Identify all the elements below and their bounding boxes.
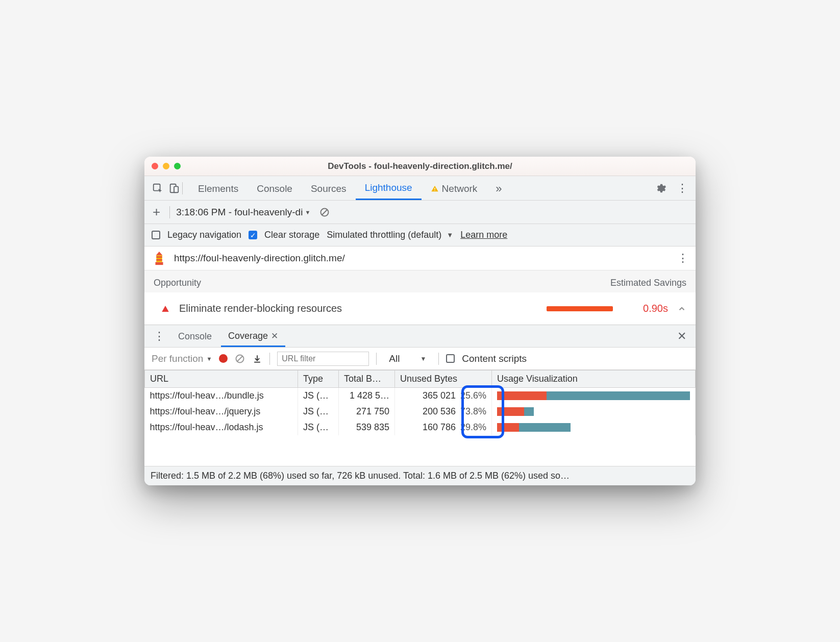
cell-total-bytes: 1 428 5…	[339, 388, 395, 404]
chevron-down-icon: ▼	[447, 231, 453, 239]
devtools-window: DevTools - foul-heavenly-direction.glitc…	[144, 157, 696, 485]
tab-elements[interactable]: Elements	[189, 177, 248, 200]
cell-usage-viz	[492, 419, 696, 435]
cell-unused-bytes: 160 78629.8%	[395, 419, 492, 435]
separator	[438, 353, 439, 365]
cell-total-bytes: 271 750	[339, 404, 395, 419]
table-row[interactable]: https://foul-heav…/jquery.jsJS (…271 750…	[145, 404, 696, 419]
coverage-toolbar: Per function ▼ All ▼ Content scripts	[144, 348, 696, 370]
chevron-down-icon: ▼	[206, 356, 212, 362]
legacy-navigation-label: Legacy navigation	[167, 230, 241, 240]
col-unused-bytes[interactable]: Unused Bytes	[395, 371, 492, 388]
type-filter-dropdown[interactable]: All ▼	[384, 353, 431, 364]
lighthouse-report-toolbar: + 3:18:06 PM - foul-heavenly-di ▼	[144, 201, 696, 224]
audit-title: Eliminate render-blocking resources	[179, 303, 342, 314]
granularity-dropdown[interactable]: Per function ▼	[152, 353, 212, 364]
settings-gear-icon[interactable]	[653, 180, 669, 196]
audit-row[interactable]: Eliminate render-blocking resources 0.90…	[144, 292, 696, 325]
fail-triangle-icon	[161, 304, 170, 313]
table-row[interactable]: https://foul-heav…/bundle.jsJS (…1 428 5…	[145, 388, 696, 404]
svg-line-6	[322, 210, 327, 215]
separator	[376, 353, 377, 365]
opportunity-column-label: Opportunity	[154, 278, 201, 288]
titlebar: DevTools - foul-heavenly-direction.glitc…	[144, 157, 696, 176]
cell-url: https://foul-heav…/jquery.js	[145, 404, 298, 419]
table-header-row: URL Type Total B… Unused Bytes Usage Vis…	[145, 371, 696, 388]
col-usage-viz[interactable]: Usage Visualization	[492, 371, 696, 388]
report-dropdown[interactable]: 3:18:06 PM - foul-heavenly-di ▼	[176, 207, 310, 218]
main-tabs: Elements Console Sources Lighthouse Netw…	[189, 176, 511, 201]
cell-url: https://foul-heav…/bundle.js	[145, 388, 298, 404]
drawer-more-menu-icon[interactable]: ⋮	[150, 330, 169, 343]
content-scripts-checkbox[interactable]	[446, 354, 455, 363]
chevron-up-icon	[677, 304, 686, 313]
more-menu-icon[interactable]: ⋮	[674, 180, 690, 196]
throttling-dropdown[interactable]: Simulated throttling (default) ▼	[327, 230, 453, 240]
close-drawer-icon[interactable]: ✕	[673, 330, 690, 343]
cell-usage-viz	[492, 404, 696, 419]
opportunities-header: Opportunity Estimated Savings	[144, 270, 696, 292]
tabs-overflow-icon[interactable]: »	[486, 176, 511, 201]
type-filter-label: All	[389, 353, 400, 364]
audited-url-row: https://foul-heavenly-direction.glitch.m…	[144, 246, 696, 270]
cell-type: JS (…	[298, 388, 339, 404]
savings-value: 0.90s	[622, 303, 668, 314]
svg-rect-2	[174, 186, 178, 192]
svg-rect-7	[156, 262, 163, 265]
coverage-table-wrap: URL Type Total B… Unused Bytes Usage Vis…	[144, 370, 696, 466]
col-total-bytes[interactable]: Total B…	[339, 371, 395, 388]
inspect-element-icon[interactable]	[150, 180, 166, 196]
record-button[interactable]	[219, 354, 228, 363]
cell-type: JS (…	[298, 419, 339, 435]
separator	[169, 206, 170, 218]
separator	[269, 353, 270, 365]
tab-console[interactable]: Console	[248, 177, 302, 200]
cell-unused-bytes: 200 53673.8%	[395, 404, 492, 419]
learn-more-link[interactable]: Learn more	[460, 230, 507, 240]
svg-marker-8	[156, 252, 162, 256]
tab-network[interactable]: Network	[422, 177, 487, 200]
export-coverage-icon[interactable]	[252, 354, 262, 364]
cell-unused-bytes: 365 02125.6%	[395, 388, 492, 404]
clear-storage-label: Clear storage	[264, 230, 319, 240]
drawer-tab-coverage-label: Coverage	[228, 331, 268, 341]
col-type[interactable]: Type	[298, 371, 339, 388]
cell-type: JS (…	[298, 404, 339, 419]
legacy-navigation-checkbox[interactable]	[152, 231, 160, 239]
device-toolbar-icon[interactable]	[166, 180, 182, 196]
clear-icon[interactable]	[316, 204, 333, 220]
svg-rect-4	[434, 190, 435, 190]
svg-rect-11	[156, 259, 162, 261]
url-filter-input[interactable]	[277, 352, 369, 366]
separator	[182, 182, 183, 194]
reload-coverage-icon[interactable]	[235, 354, 245, 364]
chevron-down-icon: ▼	[420, 355, 426, 362]
chevron-down-icon: ▼	[305, 209, 310, 215]
tab-lighthouse[interactable]: Lighthouse	[356, 176, 422, 200]
cell-usage-viz	[492, 388, 696, 404]
col-url[interactable]: URL	[145, 371, 298, 388]
throttling-label: Simulated throttling (default)	[327, 230, 441, 240]
cell-url: https://foul-heav…/lodash.js	[145, 419, 298, 435]
drawer-tab-console[interactable]: Console	[171, 326, 219, 346]
tab-sources[interactable]: Sources	[302, 177, 356, 200]
tab-network-label: Network	[442, 183, 478, 194]
main-toolbar: Elements Console Sources Lighthouse Netw…	[144, 176, 696, 201]
report-more-menu-icon[interactable]: ⋮	[677, 252, 688, 265]
svg-rect-10	[156, 256, 162, 258]
drawer-tab-coverage[interactable]: Coverage ✕	[221, 326, 285, 347]
close-tab-icon[interactable]: ✕	[271, 331, 278, 341]
svg-rect-3	[434, 188, 435, 189]
cell-total-bytes: 539 835	[339, 419, 395, 435]
savings-column-label: Estimated Savings	[610, 278, 686, 288]
coverage-status-bar: Filtered: 1.5 MB of 2.2 MB (68%) used so…	[144, 466, 696, 485]
lighthouse-options-toolbar: Legacy navigation ✓ Clear storage Simula…	[144, 224, 696, 246]
report-dropdown-label: 3:18:06 PM - foul-heavenly-di	[176, 207, 303, 218]
new-report-button[interactable]: +	[150, 204, 163, 220]
savings-bar	[547, 306, 613, 311]
table-row[interactable]: https://foul-heav…/lodash.jsJS (…539 835…	[145, 419, 696, 435]
audited-url: https://foul-heavenly-direction.glitch.m…	[174, 253, 670, 264]
granularity-label: Per function	[152, 353, 203, 364]
content-scripts-label: Content scripts	[462, 353, 527, 364]
clear-storage-checkbox[interactable]: ✓	[249, 231, 257, 239]
